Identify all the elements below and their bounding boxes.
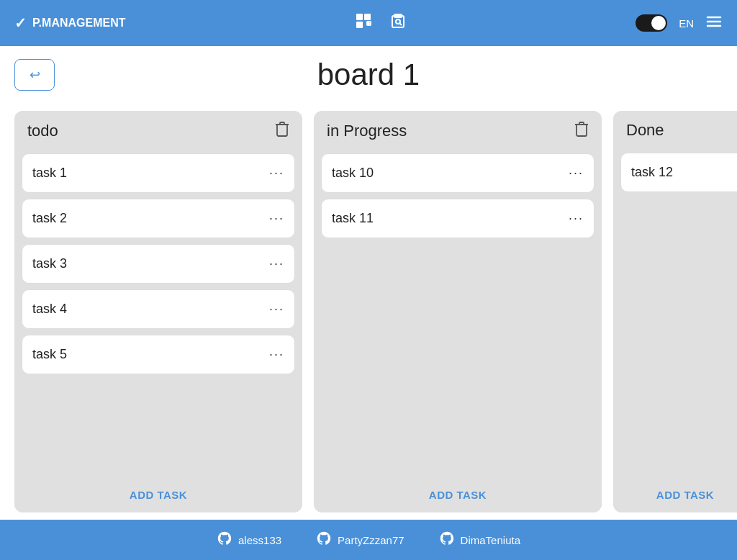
task-name: task 4 — [32, 302, 67, 317]
task-name: task 11 — [332, 211, 374, 226]
column-done-header: Done — [613, 111, 737, 150]
header-center — [126, 12, 636, 34]
column-todo-tasks: task 1 ··· task 2 ··· task 3 ··· task 4 … — [14, 150, 302, 477]
column-in-progress-tasks: task 10 ··· task 11 ··· — [314, 150, 602, 477]
task-card[interactable]: task 10 ··· — [321, 153, 594, 193]
add-task-button-done[interactable]: ADD TASK — [613, 477, 737, 512]
task-menu-icon[interactable]: ··· — [269, 302, 284, 317]
task-card[interactable]: task 2 ··· — [22, 199, 295, 238]
svg-line-9 — [399, 23, 402, 25]
app-header: ✓ P.MANAGEMENT EN — [0, 0, 737, 46]
column-in-progress-header: in Progress — [314, 111, 602, 150]
board-area: todo task 1 ··· task 2 ··· — [0, 104, 737, 520]
check-icon: ✓ — [14, 14, 27, 32]
task-name: task 10 — [332, 166, 374, 181]
footer-username-2: PartyZzzan77 — [338, 534, 404, 546]
github-icon-1 — [217, 530, 232, 550]
task-name: task 12 — [631, 165, 673, 180]
theme-toggle[interactable] — [636, 14, 667, 32]
add-task-button-in-progress[interactable]: ADD TASK — [314, 477, 602, 512]
column-todo-title: todo — [27, 122, 58, 140]
back-button[interactable]: ↩ — [14, 59, 55, 91]
task-menu-icon[interactable]: ··· — [269, 347, 284, 362]
page-header: ↩ board 1 — [0, 46, 737, 104]
footer-user-3: DimaTeniuta — [439, 530, 520, 550]
app-name: P.MANAGEMENT — [32, 17, 126, 30]
add-board-icon[interactable] — [355, 12, 372, 34]
footer-username-1: aless133 — [238, 534, 281, 546]
svg-rect-1 — [364, 14, 371, 20]
task-card[interactable]: task 11 ··· — [321, 199, 594, 238]
page-title: board 1 — [55, 58, 682, 92]
footer-user-2: PartyZzzan77 — [316, 530, 404, 550]
logo: ✓ P.MANAGEMENT — [14, 14, 126, 32]
hamburger-menu-icon[interactable] — [705, 13, 723, 34]
task-menu-icon[interactable]: ··· — [569, 166, 584, 181]
toggle-knob — [651, 16, 666, 30]
task-card[interactable]: task 4 ··· — [22, 289, 295, 329]
column-todo-header: todo — [14, 111, 302, 150]
task-name: task 5 — [32, 347, 67, 362]
footer-user-1: aless133 — [217, 530, 281, 550]
column-done-tasks: task 12 — [613, 150, 737, 477]
task-name: task 2 — [32, 211, 67, 226]
svg-rect-2 — [356, 22, 363, 28]
add-task-button-todo[interactable]: ADD TASK — [14, 477, 302, 512]
task-menu-icon[interactable]: ··· — [269, 256, 284, 271]
task-menu-icon[interactable]: ··· — [269, 211, 284, 226]
column-todo-delete-icon[interactable] — [275, 121, 289, 140]
column-in-progress: in Progress task 10 ··· task 11 ··· — [314, 111, 602, 512]
task-menu-icon[interactable]: ··· — [269, 166, 284, 181]
column-in-progress-title: in Progress — [327, 122, 407, 140]
svg-rect-0 — [356, 14, 363, 20]
task-name: task 3 — [32, 256, 67, 271]
column-in-progress-delete-icon[interactable] — [574, 121, 589, 140]
task-card[interactable]: task 3 ··· — [22, 244, 295, 284]
footer-username-3: DimaTeniuta — [461, 534, 520, 546]
main-content: ↩ board 1 todo task 1 ··· — [0, 46, 737, 520]
column-done-title: Done — [626, 121, 664, 140]
task-menu-icon[interactable]: ··· — [569, 211, 584, 226]
task-name: task 1 — [32, 166, 67, 181]
github-icon-2 — [316, 530, 332, 550]
column-todo: todo task 1 ··· task 2 ··· — [14, 111, 302, 512]
task-card[interactable]: task 1 ··· — [22, 153, 295, 193]
search-clipboard-icon[interactable] — [389, 12, 407, 34]
app-footer: aless133 PartyZzzan77 DimaTeniuta — [0, 520, 737, 560]
task-card[interactable]: task 12 — [620, 153, 737, 192]
header-right: EN — [636, 13, 723, 34]
language-selector[interactable]: EN — [679, 17, 694, 30]
column-done: Done task 12 ADD TASK — [613, 111, 737, 512]
task-card[interactable]: task 5 ··· — [22, 335, 295, 374]
github-icon-3 — [439, 530, 455, 550]
